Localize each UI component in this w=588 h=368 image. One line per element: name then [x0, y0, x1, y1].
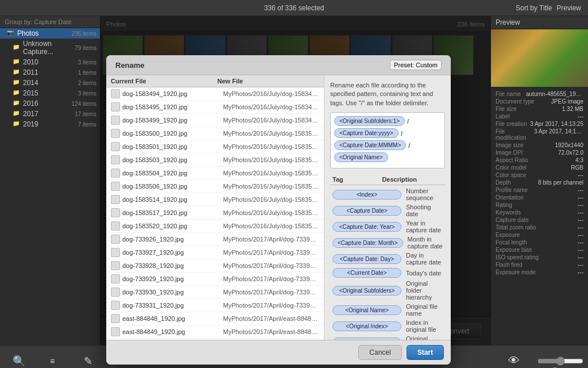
tag-button[interactable]: <Original Name> — [332, 305, 401, 315]
folder-icon: 📁 — [13, 58, 21, 66]
file-list-item[interactable]: dog-1583514_1920.jpgMyPhotos/2016/July/d… — [106, 193, 324, 206]
pattern-panel: Rename each file according to the specif… — [324, 75, 451, 340]
file-list-item[interactable]: dog-1583501_1920.jpgMyPhotos/2016/July/d… — [106, 140, 324, 154]
pattern-tag-capture-date-mmmm[interactable]: <Capture Date:MMMM> — [334, 140, 406, 150]
file-list-item[interactable]: dog-1583504_1920.jpgMyPhotos/2016/July/d… — [106, 167, 324, 180]
top-bar: 336 of 336 selected Sort by Title Previe… — [0, 0, 588, 16]
file-list-item[interactable]: dog-1583503_1920.jpgMyPhotos/2016/July/d… — [106, 154, 324, 167]
tag-button[interactable]: <Capture Date: Month> — [332, 238, 403, 248]
sidebar-item-unknown[interactable]: 📁Unknown Capture...79 items — [0, 39, 100, 57]
file-current-name: dog-1583506_1920.jpg — [122, 183, 219, 190]
sidebar-item-2019[interactable]: 📁20197 items — [0, 119, 100, 129]
sidebar-item-2014[interactable]: 📁20142 items — [0, 78, 100, 88]
sidebar-item-count: 236 items — [72, 30, 96, 37]
meta-label: Color model — [496, 164, 527, 171]
file-list-item[interactable]: east-884849_1920.jpgMyPhotos/2017/April/… — [106, 325, 324, 339]
file-current-name: dog-1583494_1920.jpg — [122, 90, 219, 97]
file-icon — [111, 327, 120, 336]
sidebar-item-count: 17 items — [75, 111, 96, 117]
meta-label: Label — [496, 113, 509, 120]
meta-label: Image DPI — [496, 150, 523, 156]
meta-row: Image DPI72.0x72.0 — [496, 149, 583, 156]
toolbar-search[interactable]: 🔍 Search — [5, 352, 33, 369]
file-current-name: east-884849_1920.jpg — [122, 328, 219, 335]
tag-button[interactable]: <Current Date> — [332, 268, 401, 278]
sidebar-item-2017[interactable]: 📁201717 items — [0, 109, 100, 119]
tag-button[interactable]: <Capture Date> — [332, 206, 401, 216]
meta-row: Exposure mode--- — [496, 269, 583, 276]
meta-row: Keywords--- — [496, 209, 583, 216]
sidebar-group-header: Group by: Capture Date — [0, 16, 100, 28]
preset-dropdown[interactable]: Preset: Custom — [390, 60, 442, 70]
file-list-item[interactable]: dog-1583506_1920.jpgMyPhotos/2016/July/d… — [106, 180, 324, 193]
quick-look-icon: 👁 — [508, 354, 520, 367]
file-list-item[interactable]: dog-1583517_1920.jpgMyPhotos/2016/July/d… — [106, 206, 324, 220]
tag-button[interactable]: <Original Folder> — [332, 338, 401, 340]
pattern-tag-original-name[interactable]: <Original Name> — [334, 152, 388, 162]
sidebar-item-2016[interactable]: 📁2016124 items — [0, 98, 100, 109]
file-list-item[interactable]: dog-733926_1920.jpgMyPhotos/2017/April/d… — [106, 233, 324, 246]
tag-button[interactable]: <Capture Date: Year> — [332, 222, 401, 232]
meta-label: File modification — [496, 128, 534, 141]
pattern-tag-original-subfolders[interactable]: <Original Subfolders:1> — [334, 116, 405, 126]
file-list-item[interactable]: dog-1583495_1920.jpgMyPhotos/2016/July/d… — [106, 101, 324, 114]
file-icon — [111, 261, 120, 270]
zoom-slider[interactable] — [537, 356, 583, 366]
quick-look-button[interactable]: 👁 Quick Look — [495, 352, 533, 368]
col-new-header: New File — [213, 78, 320, 85]
file-list-item[interactable]: dog-733931_1920.jpgMyPhotos/2017/April/d… — [106, 299, 324, 312]
file-new-name: MyPhotos/2017/April/dog-733927_1920.jpg — [219, 249, 320, 256]
file-list-item[interactable]: east-884848_1920.jpgMyPhotos/2017/April/… — [106, 312, 324, 325]
meta-label: File name — [496, 91, 521, 97]
preview-panel: Preview File nameautumn-485655_1920.jpgD… — [490, 16, 588, 345]
file-list-item[interactable]: dog-733929_1920.jpgMyPhotos/2017/April/d… — [106, 273, 324, 286]
start-button[interactable]: Start — [407, 345, 444, 360]
sidebar-item-photos[interactable]: 📷Photos236 items — [0, 28, 100, 39]
meta-row: Aspect Ratio4:3 — [496, 156, 583, 164]
file-list-item[interactable]: dog-733930_1920.jpgMyPhotos/2017/April/d… — [106, 286, 324, 299]
tag-description: Number sequence — [406, 187, 443, 201]
file-icon — [111, 288, 120, 297]
meta-row: File size1.32 MB — [496, 105, 583, 113]
file-list-item[interactable]: dog-1583520_1920.jpgMyPhotos/2016/July/d… — [106, 220, 324, 233]
tag-button[interactable]: <Index> — [332, 190, 401, 200]
toolbar-clear-list[interactable]: ≡ Clear List — [36, 352, 69, 369]
file-icon — [111, 248, 120, 257]
tag-button[interactable]: <Capture Date: Day> — [332, 254, 401, 264]
sidebar-item-2015[interactable]: 📁20153 items — [0, 88, 100, 98]
tag-description: Original folder name — [406, 335, 443, 340]
sidebar-item-count: 124 items — [72, 101, 96, 107]
meta-label: Orientation — [496, 194, 524, 201]
dialog-title-bar: Rename Preset: Custom — [106, 55, 451, 75]
file-icon — [111, 168, 120, 178]
folder-icon: 📁 — [13, 99, 21, 108]
file-list-item[interactable]: dog-1583494_1920.jpgMyPhotos/2016/July/d… — [106, 87, 324, 101]
sidebar-item-2010[interactable]: 📁20103 items — [0, 57, 100, 67]
meta-value: --- — [578, 202, 583, 208]
file-list-item[interactable]: dog-1583500_1920.jpgMyPhotos/2016/July/d… — [106, 127, 324, 140]
file-list-item[interactable]: dog-1583499_1920.jpgMyPhotos/2016/July/d… — [106, 114, 324, 127]
sort-button[interactable]: Sort by Title — [516, 4, 552, 12]
sidebar: Group by: Capture Date 📷Photos236 items📁… — [0, 16, 100, 345]
tag-button[interactable]: <Original Subfolders> — [332, 286, 401, 296]
toolbar-edit-exif[interactable]: ✎ Edit EXIF — [71, 352, 105, 369]
meta-value: --- — [578, 209, 583, 216]
meta-label: File size — [496, 106, 517, 112]
meta-label: Flash fired — [496, 262, 523, 268]
meta-row: Total zoom ratio--- — [496, 224, 583, 231]
file-list-item[interactable]: east-884850_1920.jpgMyPhotos/2017/April/… — [106, 339, 324, 340]
tags-col-desc-header: Description — [382, 176, 443, 183]
sidebar-item-2011[interactable]: 📁20111 items — [0, 67, 100, 78]
dialog-body: Current File New File dog-1583494_1920.j… — [106, 75, 451, 340]
meta-label: Depth — [496, 179, 511, 186]
meta-row: Exposure bias--- — [496, 246, 583, 254]
meta-value: 72.0x72.0 — [558, 150, 583, 156]
file-current-name: dog-1583520_1920.jpg — [122, 223, 219, 229]
sidebar-item-label: 2011 — [23, 68, 76, 76]
file-list-item[interactable]: dog-733928_1920.jpgMyPhotos/2017/April/d… — [106, 259, 324, 273]
tag-button[interactable]: <Original Index> — [332, 321, 401, 331]
cancel-button[interactable]: Cancel — [358, 345, 401, 360]
meta-label: ISO speed rating — [496, 254, 539, 260]
pattern-tag-capture-date-yyyy[interactable]: <Capture Date:yyyy> — [334, 128, 399, 138]
file-list-item[interactable]: dog-733927_1920.jpgMyPhotos/2017/April/d… — [106, 246, 324, 259]
